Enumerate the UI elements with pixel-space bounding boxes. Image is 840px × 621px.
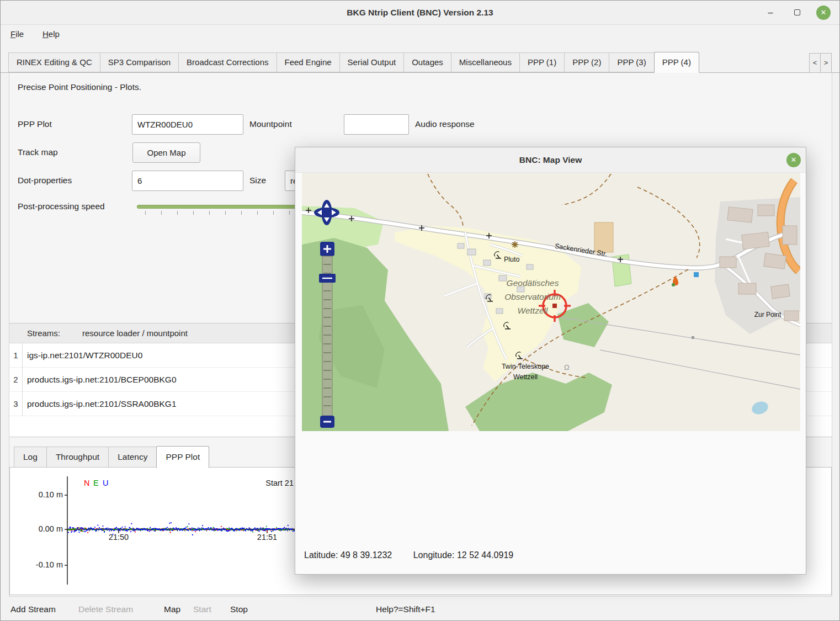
menu-help[interactable]: Help	[39, 25, 63, 44]
map-label-zur-point: Zur Point	[754, 311, 781, 319]
x-tick-label: 21:50	[109, 533, 129, 542]
row-number: 3	[9, 392, 23, 416]
audio-response-label: Audio response	[415, 119, 475, 129]
ppp-plot-input[interactable]	[132, 114, 243, 135]
map-view-dialog: BNC: Map View ✕	[295, 147, 806, 575]
size-label: Size	[249, 176, 266, 185]
tab-feed-engine[interactable]: Feed Engine	[277, 52, 340, 72]
map-label-area-2: Observatorium	[504, 292, 561, 301]
longitude-value: Longitude: 12 52 44.0919	[413, 550, 514, 560]
legend-e: E	[93, 479, 99, 487]
map-label-omega: Ω	[564, 363, 570, 371]
tab-scroll-left-icon[interactable]: <	[809, 53, 821, 73]
dot-properties-label: Dot-properties	[18, 176, 72, 185]
boundary-node	[692, 336, 694, 339]
titlebar: BKG Ntrip Client (BNC) Version 2.13 – ✕	[1, 1, 839, 25]
track-map-label: Track map	[18, 147, 58, 157]
tab-throughput[interactable]: Throughput	[46, 447, 109, 468]
tab-ppp-3[interactable]: PPP (3)	[609, 52, 654, 72]
tab-ppp-2[interactable]: PPP (2)	[564, 52, 609, 72]
tan-building	[594, 222, 613, 252]
blue-marker	[694, 272, 699, 277]
tab-ppp-plot[interactable]: PPP Plot	[156, 446, 209, 468]
menubar: File Help	[1, 25, 839, 44]
minimize-icon[interactable]: –	[763, 6, 778, 20]
tab-miscellaneous[interactable]: Miscellaneous	[451, 52, 520, 72]
open-map-button[interactable]: Open Map	[132, 142, 200, 163]
window-title: BKG Ntrip Client (BNC) Version 2.13	[1, 1, 839, 25]
panel-heading: Precise Point Positioning - Plots.	[18, 82, 141, 92]
stream-value: products.igs-ip.net:2101/BCEP00BKG0	[27, 368, 177, 392]
top-tabbar: RINEX Editing & QC SP3 Comparison Broadc…	[1, 52, 839, 73]
tab-serial-output[interactable]: Serial Output	[339, 52, 405, 72]
dialog-title: BNC: Map View	[295, 147, 806, 173]
dialog-close-icon[interactable]: ✕	[786, 153, 801, 167]
tab-ppp-1[interactable]: PPP (1)	[519, 52, 565, 72]
x-tick-label: 21:51	[257, 533, 277, 542]
tab-rinex-editing-qc[interactable]: RINEX Editing & QC	[8, 52, 100, 72]
streams-header-columns: resource loader / mountpoint	[82, 323, 188, 343]
y-tick-label: -0.10 m	[36, 560, 63, 569]
start-annotation: Start 21	[265, 479, 294, 487]
streams-header-label: Streams:	[27, 323, 60, 343]
stop-button[interactable]: Stop	[230, 603, 248, 615]
map-label-area-3: Wettzell	[518, 306, 548, 315]
legend-n: N	[84, 479, 89, 487]
delete-stream-button: Delete Stream	[78, 603, 133, 615]
star-icon	[512, 241, 518, 248]
app-window: BKG Ntrip Client (BNC) Version 2.13 – ✕ …	[0, 0, 840, 621]
mountpoint-input[interactable]	[344, 114, 409, 135]
tab-scroll-right-icon[interactable]: >	[820, 53, 832, 73]
row-number: 2	[9, 368, 23, 392]
mountpoint-label: Mountpoint	[249, 119, 292, 129]
map-canvas[interactable]: Pluto Sackenrieder Str. Geodätisches Obs…	[302, 173, 800, 431]
help-hint: Help?=Shift+F1	[376, 603, 435, 615]
dot-properties-input[interactable]	[132, 171, 243, 191]
tab-sp3-comparison[interactable]: SP3 Comparison	[100, 52, 179, 72]
map-label-twin-1: Twin-Teleskope	[502, 363, 549, 370]
start-button: Start	[193, 603, 211, 615]
maximize-icon[interactable]	[790, 6, 804, 20]
map-button[interactable]: Map	[164, 603, 180, 615]
map-svg: Pluto Sackenrieder Str. Geodätisches Obs…	[302, 173, 800, 431]
tab-broadcast-corrections[interactable]: Broadcast Corrections	[178, 52, 277, 72]
legend-u: U	[103, 479, 108, 487]
latitude-value: Latitude: 49 8 39.1232	[304, 550, 392, 560]
dialog-titlebar: BNC: Map View ✕	[295, 147, 806, 173]
row-number: 1	[9, 343, 23, 368]
coordinates-status: Latitude: 49 8 39.1232 Longitude: 12 52 …	[304, 550, 513, 560]
tab-outages[interactable]: Outages	[403, 52, 451, 72]
close-icon[interactable]: ✕	[816, 6, 831, 20]
map-label-twin-2: Wettzell	[513, 373, 538, 381]
add-stream-button[interactable]: Add Stream	[10, 603, 56, 615]
tab-log[interactable]: Log	[14, 447, 47, 468]
stream-value: igs-ip.net:2101/WTZR00DEU0	[27, 343, 142, 368]
tab-latency[interactable]: Latency	[108, 447, 157, 468]
map-label-pluto: Pluto	[504, 256, 520, 263]
y-tick-label: 0.10 m	[39, 490, 63, 499]
tab-scrollers: < >	[810, 53, 832, 73]
ppp-plot-label: PPP Plot	[18, 119, 52, 129]
stream-value: products.igs-ip.net:2101/SSRA00BKG1	[27, 392, 177, 416]
menu-file[interactable]: File	[7, 25, 27, 44]
post-processing-speed-label: Post-processing speed	[18, 201, 105, 211]
bottom-tabbar: Log Throughput Latency PPP Plot	[9, 445, 209, 468]
map-label-area-1: Geodätisches	[507, 278, 559, 288]
maximize-box-icon	[794, 9, 800, 15]
y-tick-label: 0.00 m	[39, 524, 63, 533]
tab-ppp-4[interactable]: PPP (4)	[654, 52, 699, 73]
